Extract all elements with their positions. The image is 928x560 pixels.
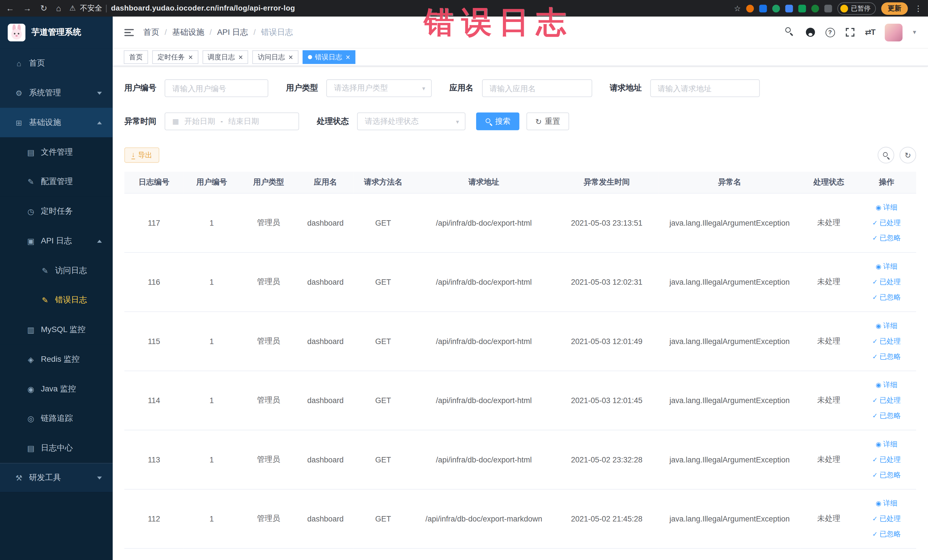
bookmark-star-icon[interactable]: ☆ (734, 4, 741, 12)
action-label: 详细 (883, 320, 897, 331)
refresh-button[interactable]: ↻ (899, 147, 916, 163)
table-row: 1151管理员dashboardGET/api/infra/db-doc/exp… (124, 311, 916, 371)
action-processed-link[interactable]: ✓已处理 (872, 514, 901, 523)
action-ignore-link[interactable]: ✓已忽略 (872, 351, 901, 362)
check-icon: ✓ (872, 412, 878, 420)
refresh-icon: ↻ (905, 151, 911, 159)
action-processed-link[interactable]: ✓已处理 (872, 395, 901, 405)
close-icon[interactable]: × (238, 53, 243, 61)
extension-icon[interactable] (811, 5, 819, 12)
top-navbar: 首页/基础设施/API 日志/错误日志 ? ⇄T ▾ (112, 17, 928, 49)
chevron-down-icon[interactable]: ▾ (913, 29, 916, 36)
smiley-icon (840, 5, 848, 12)
tag-调度日志[interactable]: 调度日志× (202, 50, 248, 64)
action-ignore-link[interactable]: ✓已忽略 (872, 470, 901, 480)
breadcrumb-item[interactable]: 首页 (143, 27, 159, 37)
sidebar-item-label: 系统管理 (29, 88, 61, 98)
tag-定时任务[interactable]: 定时任务× (152, 50, 198, 64)
exception-time-range[interactable]: ▦ 开始日期 - 结束日期 (165, 112, 299, 130)
action-ignore-link[interactable]: ✓已忽略 (872, 529, 901, 539)
fullscreen-icon[interactable] (845, 27, 855, 37)
breadcrumb-item[interactable]: 基础设施 (172, 27, 204, 37)
sidebar-item-定时任务[interactable]: ◷定时任务 (0, 197, 112, 226)
export-button[interactable]: ↓ 导出 (124, 148, 159, 163)
extension-icon[interactable] (772, 5, 780, 12)
extension-icon[interactable] (759, 5, 767, 12)
app-name-input[interactable] (482, 79, 592, 97)
sidebar-item-研发工具[interactable]: ⚒研发工具 (0, 463, 112, 493)
search-icon[interactable] (785, 27, 795, 37)
tag-首页[interactable]: 首页 (124, 50, 148, 64)
breadcrumb-item[interactable]: API 日志 (217, 27, 248, 37)
sidebar-item-链路追踪[interactable]: ◎链路追踪 (0, 404, 112, 433)
cell-status: 未处理 (801, 193, 857, 252)
eye-icon: ◉ (876, 381, 882, 389)
address-bar[interactable]: ⚠ 不安全 dashboard.yudao.iocoder.cn/infra/l… (69, 3, 295, 13)
github-icon[interactable] (805, 27, 815, 37)
close-icon[interactable]: × (346, 53, 350, 61)
user-id-input[interactable] (165, 79, 268, 97)
sidebar-item-文件管理[interactable]: ▤文件管理 (0, 137, 112, 167)
reset-button[interactable]: ↻ 重置 (527, 112, 569, 130)
sidebar-item-日志中心[interactable]: ▤日志中心 (0, 433, 112, 463)
action-ignore-link[interactable]: ✓已忽略 (872, 292, 901, 302)
url-text[interactable]: dashboard.yudao.iocoder.cn/infra/log/api… (111, 4, 295, 12)
sidebar-item-API 日志[interactable]: ▣API 日志 (0, 226, 112, 256)
avatar[interactable] (885, 23, 903, 41)
sidebar-item-label: 日志中心 (41, 443, 73, 453)
sidebar-item-配置管理[interactable]: ✎配置管理 (0, 167, 112, 197)
tag-错误日志[interactable]: 错误日志× (302, 50, 356, 64)
profile-paused-chip[interactable]: 已暂停 (837, 2, 876, 15)
help-icon[interactable]: ? (825, 27, 835, 37)
cell-user_type: 管理员 (240, 371, 297, 430)
sidebar-item-系统管理[interactable]: ⚙系统管理 (0, 78, 112, 108)
column-header: 异常名 (658, 172, 800, 193)
extension-icon[interactable] (785, 5, 793, 12)
close-icon[interactable]: × (288, 53, 293, 61)
tag-label: 访问日志 (258, 53, 285, 62)
request-url-input[interactable] (650, 79, 759, 97)
java-icon: ◉ (25, 385, 37, 394)
action-detail-link[interactable]: ◉详细 (876, 320, 897, 331)
action-ignore-link[interactable]: ✓已忽略 (872, 410, 901, 421)
error-log-table: 日志编号用户编号用户类型应用名请求方法名请求地址异常发生时间异常名处理状态操作 … (124, 172, 916, 549)
extension-icon[interactable] (824, 5, 832, 12)
font-size-icon[interactable]: ⇄T (865, 28, 875, 37)
extension-icon[interactable] (746, 5, 754, 12)
tag-访问日志[interactable]: 访问日志× (252, 50, 298, 64)
extension-icon[interactable] (798, 5, 806, 12)
close-icon[interactable]: × (188, 53, 193, 61)
action-detail-link[interactable]: ◉详细 (876, 498, 897, 508)
back-icon[interactable]: ← (6, 3, 14, 13)
update-button[interactable]: 更新 (881, 2, 908, 15)
process-status-select[interactable]: 请选择处理状态 ▾ (357, 112, 466, 130)
action-processed-link[interactable]: ✓已处理 (872, 455, 901, 464)
action-processed-link[interactable]: ✓已处理 (872, 336, 901, 346)
search-button[interactable]: 搜索 (476, 112, 519, 130)
sidebar-item-基础设施[interactable]: ⊞基础设施 (0, 108, 112, 137)
action-processed-link[interactable]: ✓已处理 (872, 218, 901, 227)
action-processed-link[interactable]: ✓已处理 (872, 277, 901, 287)
action-detail-link[interactable]: ◉详细 (876, 439, 897, 449)
action-detail-link[interactable]: ◉详细 (876, 202, 897, 212)
browser-menu-dots-icon[interactable]: ⋮ (914, 4, 922, 12)
security-label[interactable]: 不安全 (80, 3, 102, 13)
app-logo[interactable]: 芋道管理系统 (0, 17, 112, 49)
action-detail-link[interactable]: ◉详细 (876, 380, 897, 390)
forward-icon[interactable]: → (23, 3, 31, 13)
cell-id: 114 (124, 371, 184, 430)
sidebar-item-首页[interactable]: ⌂首页 (0, 49, 112, 78)
sidebar-item-错误日志[interactable]: ✎错误日志 (0, 285, 112, 315)
browser-home-icon[interactable]: ⌂ (56, 3, 61, 13)
search-toggle-button[interactable] (878, 147, 894, 163)
filter-row-2: 异常时间 ▦ 开始日期 - 结束日期 处理状态 请选择处理状态 ▾ 搜索 ↻ 重… (124, 112, 916, 130)
hamburger-icon[interactable] (124, 29, 134, 36)
action-detail-link[interactable]: ◉详细 (876, 261, 897, 271)
sidebar-item-MySQL 监控[interactable]: ▥MySQL 监控 (0, 315, 112, 345)
sidebar-item-Redis 监控[interactable]: ◈Redis 监控 (0, 345, 112, 374)
action-ignore-link[interactable]: ✓已忽略 (872, 233, 901, 243)
user-type-select[interactable]: 请选择用户类型 ▾ (327, 79, 432, 97)
reload-icon[interactable]: ↻ (40, 3, 47, 13)
sidebar-item-Java 监控[interactable]: ◉Java 监控 (0, 374, 112, 404)
sidebar-item-访问日志[interactable]: ✎访问日志 (0, 256, 112, 285)
